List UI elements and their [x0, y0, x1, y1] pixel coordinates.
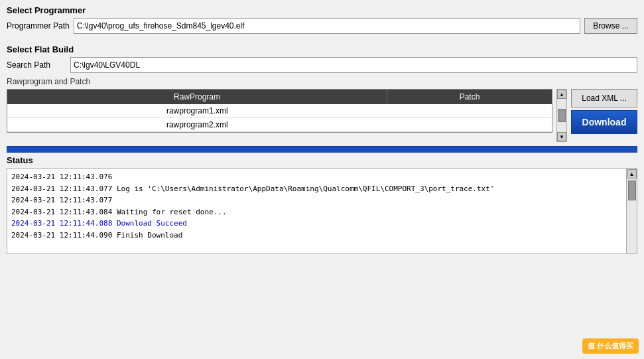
select-programmer-title: Select Programmer	[7, 5, 637, 15]
col-rawprogram-header: RawProgram	[7, 90, 387, 104]
watermark: 值 什么值得买	[582, 338, 639, 354]
col-patch-header: Patch	[387, 90, 552, 104]
status-scroll-thumb	[628, 180, 636, 200]
log-line: 2024-03-21 12:11:43.076	[11, 171, 622, 183]
table-row[interactable]: rawprogram2.xml	[7, 118, 552, 132]
load-xml-button[interactable]: Load XML ...	[571, 89, 637, 108]
progress-bar	[7, 146, 637, 153]
status-section: Status 2024-03-21 12:11:43.0762024-03-21…	[7, 155, 637, 254]
status-log: 2024-03-21 12:11:43.0762024-03-21 12:11:…	[7, 168, 627, 254]
browse-programmer-button[interactable]: Browse ...	[584, 18, 637, 34]
select-flat-build-section: Select Flat Build Search Path Rawprogram…	[7, 44, 637, 142]
select-programmer-section: Select Programmer Programmer Path Browse…	[7, 5, 637, 34]
log-line: 2024-03-21 12:11:43.077 Log is 'C:\Users…	[11, 183, 622, 195]
log-line: 2024-03-21 12:11:43.084 Waiting for rese…	[11, 206, 622, 218]
select-flat-build-title: Select Flat Build	[7, 44, 637, 54]
table-scrollbar[interactable]: ▲ ▼	[556, 89, 567, 142]
programmer-path-label: Programmer Path	[7, 21, 70, 31]
rawprogram-cell: rawprogram1.xml	[7, 104, 387, 118]
status-scrollbar[interactable]: ▲	[627, 168, 637, 254]
table-row[interactable]: rawprogram1.xml	[7, 104, 552, 118]
log-line: 2024-03-21 12:11:44.088 Download Succeed	[11, 218, 622, 230]
programmer-path-input[interactable]	[74, 18, 580, 34]
action-buttons: Load XML ... Download	[571, 89, 637, 134]
log-line: 2024-03-21 12:11:44.090 Finish Download	[11, 230, 622, 242]
download-button[interactable]: Download	[571, 110, 637, 134]
table-scroll-down-button[interactable]: ▼	[557, 132, 566, 141]
patch-cell	[387, 118, 552, 132]
rawpatch-label: Rawprogram and Patch	[7, 77, 637, 86]
table-scroll-up-button[interactable]: ▲	[557, 90, 566, 99]
patch-cell	[387, 104, 552, 118]
search-path-input[interactable]	[70, 57, 637, 73]
table-scroll-thumb[interactable]	[558, 109, 566, 122]
xml-table: RawProgram Patch rawprogram1.xmlrawprogr…	[7, 90, 552, 132]
log-line: 2024-03-21 12:11:43.077	[11, 194, 622, 206]
search-path-label: Search Path	[7, 60, 66, 70]
status-scroll-up-button[interactable]: ▲	[627, 169, 637, 179]
status-title: Status	[7, 155, 637, 165]
rawprogram-cell: rawprogram2.xml	[7, 118, 387, 132]
xml-table-wrapper: RawProgram Patch rawprogram1.xmlrawprogr…	[7, 89, 552, 133]
